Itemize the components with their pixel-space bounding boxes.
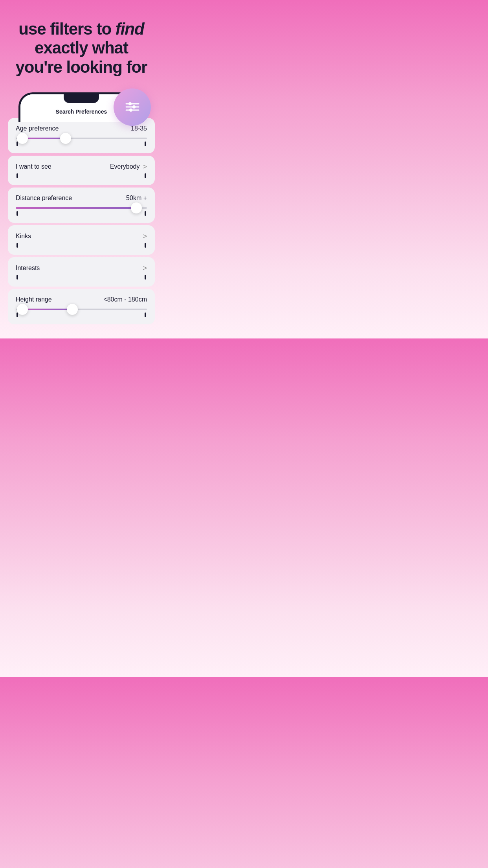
divider-mark-left-5 <box>17 275 18 280</box>
divider-mark-left-4 <box>17 243 18 248</box>
height-slider-thumb-min[interactable] <box>17 304 28 315</box>
headline-line1: use filters to find <box>18 20 144 38</box>
age-preference-label: Age preference <box>16 125 59 132</box>
headline-line3: you're looking for <box>15 58 147 76</box>
divider-mark-left-3 <box>17 211 18 216</box>
divider-mark-right-2 <box>145 173 146 178</box>
distance-preference-value: 50km + <box>126 195 147 202</box>
svg-point-4 <box>132 105 136 108</box>
height-divider-marks <box>16 310 147 317</box>
interests-chevron: > <box>143 264 147 272</box>
sliders-icon <box>123 97 142 116</box>
age-slider-fill <box>22 138 66 139</box>
age-preference-value: 18-35 <box>131 125 147 132</box>
interests-label: Interests <box>16 265 40 272</box>
height-range-card: Height range <80cm - 180cm <box>8 289 155 324</box>
phone-notch <box>64 94 99 103</box>
headline: use filters to find exactly what you're … <box>12 20 151 77</box>
divider-mark-right-5 <box>145 275 146 280</box>
divider-mark-right-3 <box>145 211 146 216</box>
want-to-see-row: I want to see Everybody > <box>16 163 147 171</box>
want-to-see-value-group: Everybody > <box>110 163 147 171</box>
phone-mockup-area: Search Preferences <box>0 92 163 122</box>
want-to-see-label: I want to see <box>16 163 51 170</box>
divider-mark-right-4 <box>145 243 146 248</box>
svg-point-5 <box>129 108 132 112</box>
distance-slider-track[interactable] <box>16 207 147 209</box>
divider-mark-right-6 <box>145 313 146 317</box>
interests-row: Interests > <box>16 264 147 272</box>
distance-preference-card: Distance preference 50km + <box>8 188 155 223</box>
divider-mark-right <box>145 142 146 146</box>
distance-slider-thumb[interactable] <box>131 202 142 213</box>
divider-mark-left <box>17 142 18 146</box>
height-range-value: <80cm - 180cm <box>103 296 147 303</box>
distance-slider-fill <box>16 207 136 209</box>
want-to-see-card[interactable]: I want to see Everybody > <box>8 156 155 185</box>
divider-mark-left-6 <box>17 313 18 317</box>
kinks-label: Kinks <box>16 233 31 240</box>
want-to-see-divider-marks <box>16 171 147 178</box>
distance-preference-label: Distance preference <box>16 195 72 202</box>
want-to-see-value: Everybody <box>110 163 140 170</box>
kinks-chevron: > <box>143 232 147 241</box>
want-to-see-chevron: > <box>143 163 147 171</box>
svg-point-3 <box>128 102 132 105</box>
filter-icon-button[interactable] <box>114 88 151 126</box>
age-preference-row: Age preference 18-35 <box>16 125 147 132</box>
distance-divider-marks <box>16 209 147 216</box>
age-slider-thumb-max[interactable] <box>60 133 71 144</box>
height-range-label: Height range <box>16 296 52 303</box>
age-slider-thumb-min[interactable] <box>17 133 28 144</box>
headline-line2: exactly what <box>35 39 128 57</box>
age-divider-marks <box>16 139 147 146</box>
age-slider-track[interactable] <box>16 138 147 139</box>
phone-screen-title: Search Preferences <box>56 108 107 118</box>
header-section: use filters to find exactly what you're … <box>0 0 163 85</box>
interests-card[interactable]: Interests > <box>8 257 155 287</box>
distance-preference-row: Distance preference 50km + <box>16 195 147 202</box>
interests-divider-marks <box>16 272 147 280</box>
kinks-divider-marks <box>16 241 147 248</box>
height-slider-thumb-max[interactable] <box>67 304 78 315</box>
page-wrapper: use filters to find exactly what you're … <box>0 0 163 338</box>
preferences-container: Age preference 18-35 I want to see Every… <box>0 118 163 338</box>
kinks-row: Kinks > <box>16 232 147 241</box>
height-range-row: Height range <80cm - 180cm <box>16 296 147 303</box>
height-slider-fill <box>22 309 72 310</box>
height-slider-track[interactable] <box>16 309 147 310</box>
kinks-card[interactable]: Kinks > <box>8 225 155 255</box>
divider-mark-left-2 <box>17 173 18 178</box>
